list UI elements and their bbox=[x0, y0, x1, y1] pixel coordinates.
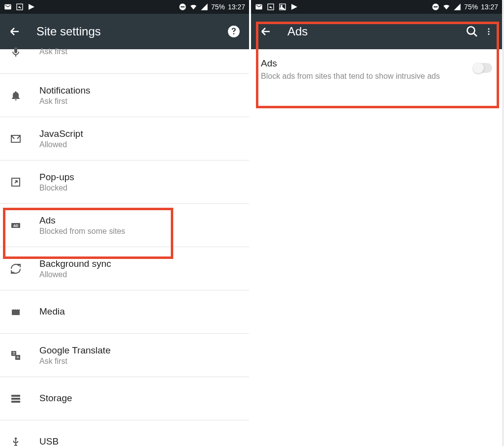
dnd-icon bbox=[432, 3, 440, 11]
svg-point-18 bbox=[467, 27, 474, 34]
dnd-icon bbox=[179, 3, 187, 11]
item-title: Pop-ups bbox=[39, 172, 239, 183]
item-sub: Ask first bbox=[39, 47, 249, 56]
svg-rect-12 bbox=[11, 401, 20, 403]
item-sub: Allowed bbox=[39, 140, 239, 149]
item-title: Notifications bbox=[39, 85, 239, 96]
app-bar: Site settings bbox=[0, 14, 249, 49]
list-item-media[interactable]: Media bbox=[0, 290, 249, 334]
item-title: JavaScript bbox=[39, 128, 239, 139]
item-title: Background sync bbox=[39, 258, 239, 269]
svg-text:文: 文 bbox=[12, 351, 16, 355]
back-icon[interactable] bbox=[9, 26, 21, 37]
right-screen: 75% 13:27 Ads Ads Block ads from sites t… bbox=[251, 0, 502, 446]
svg-point-15 bbox=[281, 5, 283, 7]
image-icon bbox=[267, 3, 275, 11]
status-bar: 75% 13:27 bbox=[251, 0, 502, 14]
settings-list: Ask first Notifications Ask first JavaSc… bbox=[0, 49, 249, 446]
translate-icon: 文A bbox=[10, 350, 22, 361]
svg-text:A: A bbox=[17, 355, 19, 359]
media-icon bbox=[10, 306, 22, 318]
page-title: Ads bbox=[287, 25, 460, 38]
more-icon[interactable] bbox=[484, 25, 493, 38]
signal-icon bbox=[200, 3, 208, 11]
item-title: Google Translate bbox=[39, 345, 239, 356]
sync-icon bbox=[10, 263, 22, 275]
bell-icon bbox=[10, 90, 22, 101]
usb-icon bbox=[10, 436, 22, 446]
svg-rect-11 bbox=[11, 398, 20, 400]
mail-icon bbox=[4, 3, 12, 11]
image-icon bbox=[16, 3, 24, 11]
svg-point-20 bbox=[488, 31, 490, 32]
ads-setting-card: Ads Block ads from sites that tend to sh… bbox=[251, 49, 502, 91]
signal-icon bbox=[453, 3, 461, 11]
play-store-icon bbox=[290, 3, 298, 11]
list-item-usb[interactable]: USB bbox=[0, 420, 249, 446]
item-title: USB bbox=[39, 436, 239, 446]
ad-icon: AD bbox=[10, 220, 22, 231]
item-sub: Ask first bbox=[39, 357, 239, 366]
page-title: Site settings bbox=[36, 25, 221, 38]
play-store-icon bbox=[28, 3, 35, 11]
list-item-microphone[interactable]: Ask first bbox=[0, 49, 249, 74]
ads-title: Ads bbox=[261, 58, 468, 69]
gallery-icon bbox=[279, 3, 286, 11]
svg-rect-2 bbox=[181, 6, 185, 7]
time-text: 13:27 bbox=[481, 3, 498, 11]
list-item-translate[interactable]: 文A Google Translate Ask first bbox=[0, 334, 249, 377]
item-title: Ads bbox=[39, 215, 239, 226]
item-sub: Ask first bbox=[39, 97, 239, 106]
item-sub: Blocked from some sites bbox=[39, 227, 239, 236]
help-icon[interactable] bbox=[227, 25, 240, 38]
mail-icon bbox=[255, 3, 263, 11]
microphone-icon bbox=[10, 46, 22, 58]
battery-text: 75% bbox=[211, 3, 225, 11]
item-sub: Blocked bbox=[39, 184, 239, 192]
search-icon[interactable] bbox=[466, 25, 478, 38]
svg-text:AD: AD bbox=[13, 224, 18, 227]
back-icon[interactable] bbox=[260, 26, 272, 37]
popup-icon bbox=[10, 176, 22, 188]
app-bar: Ads bbox=[251, 14, 502, 49]
list-item-javascript[interactable]: JavaScript Allowed bbox=[0, 117, 249, 160]
ads-toggle[interactable] bbox=[473, 63, 492, 73]
item-sub: Allowed bbox=[39, 270, 239, 279]
svg-rect-10 bbox=[11, 395, 20, 397]
left-screen: 75% 13:27 Site settings Ask first Notifi… bbox=[0, 0, 251, 446]
list-item-notifications[interactable]: Notifications Ask first bbox=[0, 74, 249, 117]
toggle-thumb bbox=[473, 63, 484, 73]
item-title: Media bbox=[39, 306, 239, 317]
svg-point-21 bbox=[488, 33, 490, 35]
item-title: Storage bbox=[39, 393, 239, 404]
status-bar: 75% 13:27 bbox=[0, 0, 249, 14]
list-item-popups[interactable]: Pop-ups Blocked bbox=[0, 160, 249, 204]
svg-point-19 bbox=[488, 28, 490, 30]
storage-icon bbox=[10, 393, 22, 405]
wifi-icon bbox=[189, 3, 197, 11]
ads-description: Block ads from sites that tend to show i… bbox=[261, 71, 468, 82]
list-item-storage[interactable]: Storage bbox=[0, 377, 249, 420]
wifi-icon bbox=[442, 3, 450, 11]
time-text: 13:27 bbox=[228, 3, 245, 11]
svg-rect-17 bbox=[434, 6, 438, 7]
javascript-icon bbox=[10, 133, 22, 145]
list-item-ads[interactable]: AD Ads Blocked from some sites bbox=[0, 204, 249, 247]
list-item-background-sync[interactable]: Background sync Allowed bbox=[0, 247, 249, 290]
battery-text: 75% bbox=[464, 3, 478, 11]
